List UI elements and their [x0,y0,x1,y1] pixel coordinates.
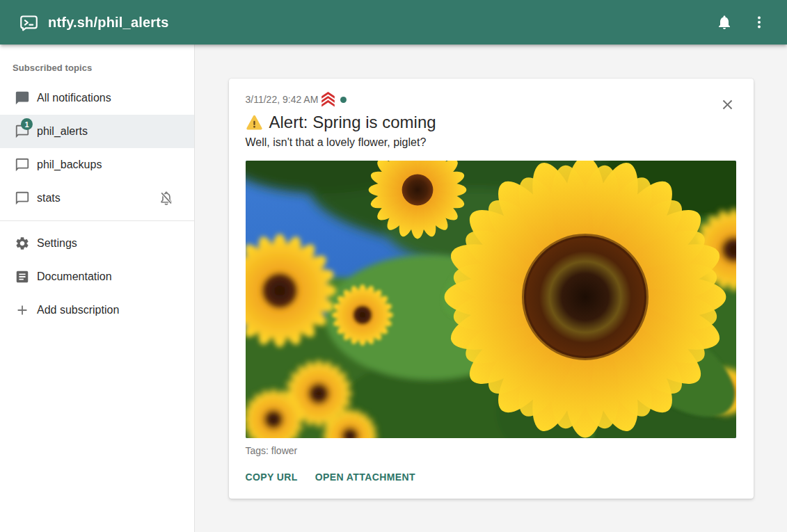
notification-actions: COPY URL OPEN ATTACHMENT [240,465,737,489]
sidebar-item-documentation[interactable]: Documentation [0,260,194,293]
notification-body: Well, isn't that a lovely flower, piglet… [246,136,737,149]
sidebar-item-label: phil_alerts [37,125,88,138]
bell-off-icon [158,190,175,207]
sidebar-item-label: Settings [37,237,77,250]
chat-bubble-outline-icon [14,190,31,207]
unread-count-badge: 1 [21,118,33,130]
plus-icon [14,302,31,319]
notification-card: 3/11/22, 9:42 AM [229,79,754,499]
app-bar: ntfy.sh/phil_alerts [0,0,787,45]
gear-icon [14,235,31,252]
copy-url-button[interactable]: COPY URL [240,465,303,489]
sidebar-item-add-subscription[interactable]: Add subscription [0,293,194,327]
notification-title: Alert: Spring is coming [246,113,737,133]
sidebar-item-label: stats [37,192,61,204]
sidebar-item-label: Add subscription [37,304,119,316]
attachment-image[interactable] [246,161,736,438]
app-title: ntfy.sh/phil_alerts [48,15,709,31]
ntfy-logo-icon [19,13,38,32]
sidebar-subheader: Subscribed topics [0,46,194,81]
sidebar-item-settings[interactable]: Settings [0,227,194,260]
main-content: 3/11/22, 9:42 AM [195,45,787,532]
sidebar-item-label: All notifications [37,92,111,104]
chat-bubble-outline-icon: 1 [14,123,31,140]
priority-max-icon [321,92,335,107]
notification-timestamp: 3/11/22, 9:42 AM [246,94,319,105]
chat-bubble-filled-icon [14,90,31,106]
open-attachment-button[interactable]: OPEN ATTACHMENT [310,465,421,489]
sidebar-item-phil-backups[interactable]: phil_backups [0,148,194,182]
sidebar-divider [0,220,194,221]
close-notification-button[interactable] [719,95,737,113]
notification-tags: Tags: flower [246,445,737,456]
bell-icon [716,14,733,31]
close-icon [720,97,736,113]
chat-bubble-outline-icon [14,156,31,173]
notifications-bell-button[interactable] [709,7,740,38]
notification-meta-row: 3/11/22, 9:42 AM [246,92,737,106]
article-icon [14,268,31,285]
sidebar-item-label: phil_backups [37,159,102,171]
sidebar-item-stats[interactable]: stats [0,182,194,215]
overflow-menu-button[interactable] [744,7,774,38]
sidebar-item-label: Documentation [37,271,112,283]
sidebar-item-phil-alerts[interactable]: 1 phil_alerts [0,115,194,148]
unread-dot [340,97,347,103]
sidebar-item-all-notifications[interactable]: All notifications [0,81,194,115]
sidebar: Subscribed topics All notifications 1 ph… [0,45,195,532]
warning-triangle-icon [246,114,263,131]
kebab-menu-icon [751,14,768,31]
